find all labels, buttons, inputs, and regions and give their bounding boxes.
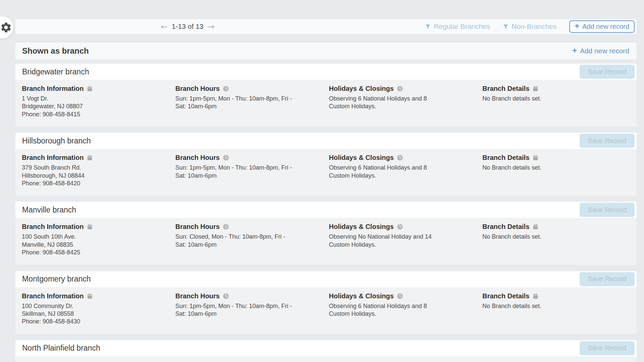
holidays-line1: Observing 6 National Holidays and 8 — [329, 95, 473, 103]
branch-address-line1: 100 South 10th Ave. — [22, 233, 166, 241]
branch-details-text: No Branch details set. — [482, 95, 627, 103]
branch-name: Manville branch — [22, 205, 76, 215]
branch-card-header: Manville branch Save Record — [15, 202, 637, 218]
column-title-label: Branch Details — [482, 292, 529, 300]
add-new-record-button[interactable]: + Add new record — [569, 20, 635, 33]
save-record-button[interactable]: Save Record — [580, 134, 635, 148]
column-title-label: Branch Information — [22, 85, 84, 93]
clock-icon — [397, 155, 403, 161]
column-title-label: Branch Details — [482, 85, 529, 93]
column-title-label: Branch Information — [22, 154, 84, 162]
column-title-label: Holidays & Closings — [329, 292, 394, 300]
column-title-label: Holidays & Closings — [329, 85, 394, 93]
pagination-label: 1-13 of 13 — [172, 22, 204, 31]
branch-address-line2: Manville, NJ 08835 — [22, 241, 166, 249]
clock-icon — [223, 155, 229, 161]
branch-address-line1: 1 Vogt Dr. — [22, 95, 166, 103]
next-page-icon[interactable]: → — [208, 22, 215, 32]
filter-non-branches-button[interactable]: Non-Branches — [503, 22, 556, 31]
holidays-closings-column: Holidays & Closings Observing 6 National… — [329, 154, 477, 187]
branch-details-title: Branch Details — [482, 223, 630, 231]
column-title-label: Branch Hours — [175, 292, 220, 300]
branch-card: Montgomery branch Save Record Branch Inf… — [15, 271, 637, 334]
filter-label: Regular Branches — [434, 22, 490, 31]
save-record-button[interactable]: Save Record — [580, 341, 635, 355]
branch-address-line2: Bridgewater, NJ 08807 — [22, 103, 166, 110]
branch-card: Manville branch Save Record Branch Infor… — [15, 202, 637, 264]
branch-details-title: Branch Details — [482, 292, 630, 300]
filter-regular-branches-button[interactable]: Regular Branches — [425, 22, 490, 31]
branch-card-body: Branch Information 379 South Branch Rd. … — [15, 149, 637, 195]
branch-details-title: Branch Details — [482, 154, 630, 162]
add-new-record-label: Add new record — [582, 23, 629, 31]
filter-label: Non-Branches — [512, 22, 556, 31]
branch-name: North Plainfield branch — [22, 344, 100, 353]
branch-card: Hillsborough branch Save Record Branch I… — [15, 133, 637, 195]
branch-hours-column: Branch Hours Sun: 1pm-5pm, Mon - Thu: 10… — [175, 292, 323, 326]
calendar-icon — [532, 293, 539, 299]
clock-icon — [223, 85, 229, 92]
clock-icon — [397, 224, 403, 230]
save-record-button[interactable]: Save Record — [580, 65, 635, 79]
holidays-line2: Custom Holidays. — [329, 172, 473, 180]
branch-address-line2: Skillman, NJ 08558 — [22, 310, 166, 318]
pagination: ← 1-13 of 13 → — [161, 19, 214, 34]
holidays-closings-title: Holidays & Closings — [329, 85, 477, 93]
holidays-closings-column: Holidays & Closings Observing 6 National… — [329, 292, 477, 326]
branch-details-column: Branch Details No Branch details set. — [482, 292, 630, 326]
branch-information-column: Branch Information 100 Community Dr. Ski… — [22, 292, 169, 326]
branch-information-title: Branch Information — [22, 85, 169, 93]
section-header: Shown as branch + Add new record — [15, 43, 637, 59]
calendar-icon — [532, 85, 539, 92]
branch-hours-line1: Sun: 1pm-5pm, Mon - Thu: 10am-8pm, Fri - — [175, 302, 320, 310]
holidays-closings-column: Holidays & Closings Observing 6 National… — [329, 85, 477, 118]
branch-hours-line2: Sat: 10am-6pm — [175, 103, 320, 110]
branch-hours-title: Branch Hours — [175, 223, 323, 231]
holidays-line1: Observing No National Holiday and 14 — [329, 233, 473, 241]
add-new-record-label: Add new record — [580, 47, 629, 55]
section-add-new-record-button[interactable]: + Add new record — [572, 47, 629, 55]
branch-phone: Phone: 908-458-8425 — [22, 249, 166, 256]
column-title-label: Branch Information — [22, 223, 84, 231]
column-title-label: Branch Details — [482, 223, 529, 231]
prev-page-icon[interactable]: ← — [161, 22, 168, 32]
branch-hours-title: Branch Hours — [175, 85, 323, 93]
branch-details-title: Branch Details — [482, 85, 630, 93]
calendar-icon — [532, 155, 539, 161]
branch-information-title: Branch Information — [22, 223, 169, 231]
save-record-button[interactable]: Save Record — [580, 272, 635, 286]
branch-card: Bridgewater branch Save Record Branch In… — [15, 64, 637, 126]
branch-name: Bridgewater branch — [22, 67, 89, 76]
column-title-label: Branch Hours — [175, 85, 220, 93]
branch-information-column: Branch Information 100 South 10th Ave. M… — [22, 223, 169, 256]
branch-phone: Phone: 908-458-8430 — [22, 318, 166, 325]
column-title-label: Branch Hours — [175, 154, 220, 162]
holidays-closings-title: Holidays & Closings — [329, 154, 477, 162]
branch-card-body: Branch Information 1 Vogt Dr. Bridgewate… — [15, 80, 637, 126]
branch-address-line1: 100 Community Dr. — [22, 302, 166, 310]
clock-icon — [223, 293, 229, 299]
branch-name: Hillsborough branch — [22, 136, 91, 145]
branch-address-line1: 379 South Branch Rd. — [22, 164, 166, 172]
settings-fab[interactable] — [0, 16, 13, 39]
holidays-line2: Custom Holidays. — [329, 241, 473, 249]
calendar-icon — [87, 85, 93, 92]
branch-manager-page: { "toolbar": { "pagination": { "label": … — [0, 0, 644, 362]
branch-hours-column: Branch Hours Sun: Closed, Mon - Thu: 10a… — [175, 223, 323, 256]
holidays-line1: Observing 6 National Holidays and 8 — [329, 164, 473, 172]
clock-icon — [397, 293, 403, 299]
save-record-button[interactable]: Save Record — [580, 203, 635, 217]
column-title-label: Branch Details — [482, 154, 529, 162]
calendar-icon — [87, 224, 93, 230]
branch-details-text: No Branch details set. — [482, 233, 627, 241]
branch-card: North Plainfield branch Save Record Bran… — [15, 340, 637, 362]
section-title: Shown as branch — [22, 46, 89, 56]
branch-card-header: Bridgewater branch Save Record — [15, 64, 637, 80]
funnel-icon — [503, 24, 508, 29]
toolbar: ← 1-13 of 13 → Regular Branches Non-Bran… — [15, 19, 637, 34]
branch-card-list: Bridgewater branch Save Record Branch In… — [15, 64, 637, 362]
funnel-icon — [425, 24, 431, 29]
branch-card-header: Hillsborough branch Save Record — [15, 133, 637, 149]
branch-card-header: Montgomery branch Save Record — [15, 271, 637, 287]
holidays-closings-column: Holidays & Closings Observing No Nationa… — [329, 223, 477, 256]
